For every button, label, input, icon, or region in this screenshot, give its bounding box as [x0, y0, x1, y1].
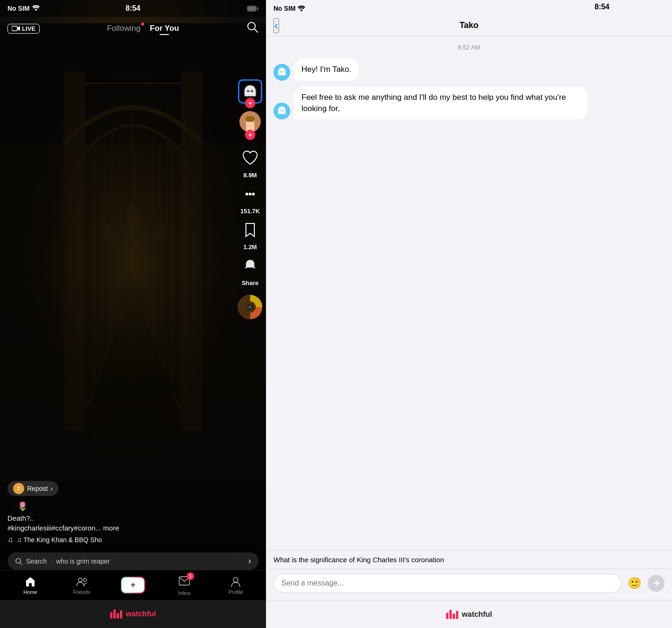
heart-icon: [241, 149, 259, 171]
watchful-logo-left: watchful: [110, 609, 156, 619]
svg-point-46: [252, 193, 255, 195]
bottom-tab-bar: Home Friends +: [0, 570, 266, 600]
live-label: LIVE: [22, 25, 35, 32]
message-input[interactable]: [273, 574, 622, 593]
svg-point-39: [252, 90, 253, 91]
watchful-label-left: watchful: [126, 610, 156, 618]
svg-point-60: [282, 110, 284, 112]
svg-rect-30: [248, 6, 256, 11]
tako-avatar-1: [273, 64, 290, 81]
live-button[interactable]: LIVE: [7, 24, 40, 34]
svg-point-52: [78, 578, 82, 582]
second-avatar-item[interactable]: +: [239, 111, 261, 140]
svg-point-28: [35, 9, 37, 11]
back-button[interactable]: ‹: [273, 18, 279, 33]
svg-point-44: [245, 193, 248, 195]
search-placeholder: Search: [26, 558, 47, 565]
inbox-tab-label: Inbox: [178, 590, 191, 596]
bookmark-icon: [241, 221, 259, 243]
add-button[interactable]: +: [121, 577, 145, 593]
carrier-right: No SIM: [273, 5, 305, 12]
comment-count: 151.7K: [240, 208, 260, 215]
carrier-left: No SIM: [7, 5, 40, 12]
second-follow-button[interactable]: +: [245, 130, 255, 140]
bookmark-count: 1.2M: [244, 244, 257, 251]
comment-icon: [241, 185, 259, 207]
nav-tabs: Following For You: [107, 24, 179, 33]
comment-button[interactable]: 151.7K: [240, 185, 260, 215]
search-dot: ·: [50, 558, 52, 565]
svg-point-42: [245, 116, 255, 122]
music-line[interactable]: ♫ ♫ The King Khan & BBQ Sho: [7, 536, 226, 544]
chat-messages: 8:52 AM Hey! I'm Tako.: [266, 36, 672, 551]
like-button[interactable]: 8.9M: [241, 149, 259, 179]
svg-rect-32: [12, 26, 17, 31]
bar3: [117, 613, 119, 619]
repost-avatar: t: [13, 483, 24, 494]
svg-point-57: [280, 71, 281, 72]
chat-header: ‹ Tako: [266, 17, 672, 36]
message-bubble-1: Hey! I'm Tako.: [294, 58, 359, 81]
rbar2: [449, 610, 452, 619]
follow-plus-button[interactable]: +: [245, 98, 255, 108]
wifi-icon-left: [32, 5, 40, 12]
bar4: [120, 610, 122, 619]
svg-point-58: [282, 71, 284, 72]
rbar3: [453, 614, 455, 619]
rbar1: [446, 613, 448, 619]
video-hashtags: #kingcharlesiii#ccfary#coron... more: [7, 524, 226, 532]
status-bar-right: No SIM: [266, 0, 672, 17]
home-tab[interactable]: Home: [5, 576, 56, 595]
music-name: ♫ The King Khan & BBQ Sho: [17, 536, 102, 544]
search-query: who is grim reaper: [56, 558, 110, 565]
svg-point-56: [301, 9, 302, 11]
watchful-bar: watchful watchful: [0, 600, 672, 628]
bookmark-button[interactable]: 1.2M: [241, 221, 259, 251]
message-row-1: Hey! I'm Tako.: [273, 58, 665, 81]
search-button[interactable]: [246, 21, 259, 36]
share-label: Share: [242, 279, 259, 286]
watchful-left: watchful: [0, 600, 266, 628]
add-icon: +: [130, 580, 136, 591]
share-icon: [241, 257, 259, 279]
music-note-icon: ♫: [7, 536, 13, 544]
svg-point-36: [247, 90, 250, 92]
chat-title: Tako: [460, 21, 479, 30]
svg-point-38: [248, 90, 249, 91]
svg-point-59: [280, 110, 281, 112]
search-bar[interactable]: Search · who is grim reaper ›: [0, 552, 266, 570]
svg-rect-27: [0, 263, 266, 600]
emoji-icon: 🙂: [628, 577, 642, 590]
suggestion-bar[interactable]: What is the significance of King Charles…: [266, 551, 672, 569]
friends-tab[interactable]: Friends: [56, 576, 107, 595]
watchful-right: watchful: [266, 600, 672, 628]
action-buttons: + +: [238, 79, 262, 319]
message-bubble-2: Feel free to ask me anything and I'll do…: [294, 86, 588, 120]
repost-text: Repost: [27, 485, 48, 492]
tulip-icon: 🌷: [17, 501, 28, 511]
add-tab[interactable]: +: [107, 577, 159, 593]
bar1: [110, 612, 112, 619]
svg-point-37: [251, 90, 253, 92]
share-button[interactable]: Share: [241, 257, 259, 286]
emoji-button[interactable]: 🙂: [626, 575, 643, 592]
svg-point-55: [233, 578, 238, 582]
rbar4: [456, 611, 458, 619]
music-disc[interactable]: [238, 295, 262, 319]
foryou-tab[interactable]: For You: [150, 24, 179, 33]
suggestion-text: What is the significance of King Charles…: [273, 556, 444, 564]
creator-avatar-container[interactable]: +: [238, 79, 262, 108]
inbox-tab[interactable]: 1 Inbox: [159, 575, 210, 596]
repost-tag[interactable]: t Repost ›: [7, 481, 58, 496]
profile-tab[interactable]: Profile: [210, 576, 261, 595]
bar2: [113, 609, 116, 619]
video-info: t Repost › 𝓕 🌷 Death?.. #kingcharlesiii#…: [0, 481, 233, 544]
search-bar-inner[interactable]: Search · who is grim reaper ›: [7, 552, 259, 570]
watchful-bars-icon-right: [446, 610, 458, 619]
tako-avatar-2: [273, 103, 290, 119]
following-tab[interactable]: Following: [107, 24, 140, 33]
friends-tab-label: Friends: [73, 589, 91, 595]
video-caption: Death?..: [7, 514, 226, 522]
send-button[interactable]: [648, 575, 665, 592]
chat-input-area: 🙂: [266, 569, 672, 600]
